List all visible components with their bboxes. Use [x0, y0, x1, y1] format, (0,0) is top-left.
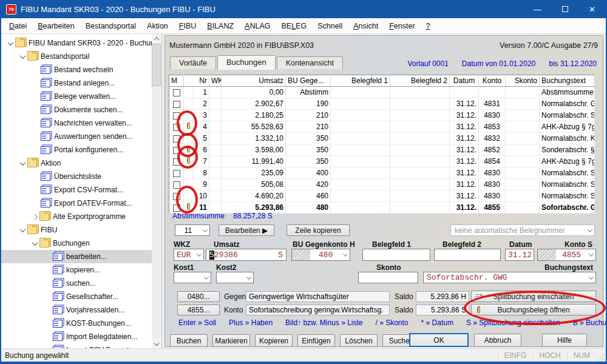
- table-row[interactable]: 7 11.991,40 350 31.12. 4854 AHK-Abzug § …: [169, 156, 595, 167]
- sidebar-scrollbar[interactable]: [152, 34, 161, 348]
- chevron-down-icon[interactable]: [587, 276, 595, 280]
- menu-item[interactable]: Bearbeiten: [32, 20, 80, 32]
- table-row[interactable]: 10 4.690,20 460 31.12. 4830 Normalabschr…: [169, 190, 595, 202]
- menu-item[interactable]: Ansicht: [348, 20, 384, 32]
- expand-arrow-icon[interactable]: [30, 241, 39, 246]
- scrollbar-thumb[interactable]: [152, 44, 161, 86]
- col-header-konto[interactable]: Konto: [479, 75, 506, 87]
- chevron-down-icon[interactable]: [202, 276, 211, 280]
- tab[interactable]: Vorläufe: [170, 56, 216, 69]
- table-row[interactable]: 5 1.332,10 350 31.12. 4832 Normalabschr.…: [169, 133, 595, 144]
- chevron-down-icon[interactable]: [586, 229, 594, 232]
- sidebar-item[interactable]: Import Belegdateien...: [1, 330, 152, 343]
- action-button[interactable]: Buchen: [170, 334, 208, 347]
- chevron-down-icon[interactable]: [195, 253, 203, 257]
- scroll-down-icon[interactable]: [152, 339, 161, 348]
- row-checkbox[interactable]: [173, 112, 180, 120]
- close-button[interactable]: ✕: [578, 0, 606, 18]
- menu-item[interactable]: Aktion: [141, 20, 174, 32]
- menu-item[interactable]: ?: [421, 20, 436, 32]
- skonto-input[interactable]: [358, 272, 418, 283]
- chevron-down-icon[interactable]: [245, 276, 253, 280]
- sidebar-item[interactable]: Bestandsportal: [1, 50, 152, 63]
- belegnummer-combo[interactable]: keine automatische Belegnummer: [450, 224, 595, 236]
- maximize-button[interactable]: [551, 0, 578, 18]
- ok-button[interactable]: OK: [409, 333, 469, 347]
- kost1-combo[interactable]: [174, 272, 211, 283]
- action-button[interactable]: Löschen: [340, 334, 378, 347]
- action-button[interactable]: Einfügen: [297, 334, 335, 347]
- sidebar-item[interactable]: Bestand wechseln: [1, 63, 152, 76]
- bearbeiten-button[interactable]: Bearbeiten ▶: [219, 224, 274, 236]
- col-header-wk[interactable]: WK: [209, 75, 222, 87]
- expand-arrow-icon[interactable]: [6, 41, 15, 46]
- chevron-down-icon[interactable]: [587, 253, 595, 257]
- row-checkbox[interactable]: [173, 193, 180, 200]
- sidebar-item[interactable]: Aktion: [1, 157, 152, 170]
- sidebar-item[interactable]: Buchungen: [1, 237, 152, 250]
- sidebar-item[interactable]: Belege verwalten...: [1, 90, 152, 103]
- row-checkbox[interactable]: [173, 181, 180, 189]
- sidebar-item[interactable]: bearbeiten...: [1, 250, 152, 263]
- konto-number-button[interactable]: 4855...: [177, 305, 220, 315]
- sidebar-item[interactable]: Bestand anlegen...: [1, 76, 152, 90]
- row-checkbox[interactable]: [173, 89, 180, 96]
- row-checkbox[interactable]: [173, 147, 180, 154]
- sidebar-item[interactable]: Dokumente suchen...: [1, 103, 152, 116]
- kost2-combo[interactable]: [216, 272, 254, 283]
- chevron-down-icon[interactable]: [201, 229, 209, 232]
- row-select-combo[interactable]: 11: [175, 224, 210, 236]
- wkz-combo[interactable]: EUR: [174, 249, 204, 261]
- umsatz-input[interactable]: 529386 S: [206, 249, 287, 261]
- tab[interactable]: Kontenansicht: [277, 56, 343, 69]
- menu-item[interactable]: Datei: [4, 20, 32, 32]
- row-checkbox[interactable]: [173, 135, 180, 143]
- resize-grip[interactable]: [596, 353, 605, 362]
- sidebar-item[interactable]: Alte Exportprogramme: [1, 210, 152, 223]
- row-checkbox[interactable]: [173, 204, 180, 212]
- menu-item[interactable]: Bestandsportal: [80, 20, 141, 32]
- datum-input[interactable]: 31.12: [505, 249, 534, 261]
- col-header-belegfeld1[interactable]: Belegfeld 1: [331, 75, 390, 87]
- expand-arrow-icon[interactable]: [30, 215, 39, 219]
- sidebar-item[interactable]: suchen...: [1, 277, 152, 290]
- sidebar-item[interactable]: Export CSV-Format...: [1, 183, 152, 197]
- col-header-m[interactable]: M: [169, 75, 184, 87]
- konto-combo[interactable]: 4855: [537, 249, 596, 261]
- table-row[interactable]: 9 505,08 420 31.12. 4830 Normalabschr. S: [169, 179, 595, 190]
- action-button[interactable]: Markieren: [212, 334, 250, 347]
- sidebar-item[interactable]: Portal konfigurieren...: [1, 143, 152, 157]
- minimize-button[interactable]: —: [524, 0, 551, 18]
- menu-item[interactable]: BELEG: [276, 20, 312, 32]
- col-header-bu[interactable]: BU Gege...: [286, 75, 331, 87]
- belegfeld2-input[interactable]: [434, 249, 501, 261]
- table-row[interactable]: 4 55.528,63 210 31.12. 4853 AHK-Abzug § …: [169, 121, 595, 133]
- action-button[interactable]: Kopieren: [255, 334, 293, 347]
- sidebar-item[interactable]: Export DATEV-Format...: [1, 197, 152, 210]
- expand-arrow-icon[interactable]: [18, 228, 27, 232]
- scrollbar-track[interactable]: [152, 44, 161, 339]
- menu-item[interactable]: Schnell: [312, 20, 348, 32]
- row-checkbox[interactable]: [173, 124, 180, 131]
- col-header-nr[interactable]: Nr: [184, 75, 209, 87]
- sidebar-item[interactable]: KOST-Buchungen...: [1, 317, 152, 330]
- zeile-kopieren-button[interactable]: Zeile kopieren: [287, 224, 350, 236]
- table-row[interactable]: 8 235,09 400 31.12. 4830 Normalabschr. S: [169, 167, 595, 179]
- row-checkbox[interactable]: [173, 101, 180, 108]
- col-header-buchungstext[interactable]: Buchungstext: [540, 75, 595, 87]
- menu-item[interactable]: Fenster: [384, 20, 420, 32]
- buchungstext-combo[interactable]: Sofortabschr. GWG: [423, 272, 596, 283]
- tab[interactable]: Buchungen: [217, 55, 276, 70]
- menu-item[interactable]: FIBU: [174, 20, 202, 32]
- col-header-umsatz[interactable]: Umsatz: [222, 75, 286, 87]
- sidebar-item[interactable]: FIBU Mandant SKR03 - 2020 - Buchun: [1, 36, 152, 50]
- abbruch-button[interactable]: Abbruch: [474, 334, 521, 347]
- col-header-datum[interactable]: Datum: [450, 75, 479, 87]
- table-row[interactable]: 6 3.598,00 350 31.12. 4852 Sonderabschr.…: [169, 144, 595, 156]
- buchungsbeleg-button[interactable]: Buchungsbeleg öffnen: [471, 304, 596, 315]
- sidebar-item[interactable]: Nachrichten verwalten...: [1, 116, 152, 130]
- chevron-down-icon[interactable]: [341, 253, 350, 257]
- bu-gegenkonto-combo[interactable]: 480: [291, 249, 350, 261]
- gegenkonto-number-button[interactable]: 0480...: [177, 291, 220, 302]
- menu-item[interactable]: ANLAG: [239, 20, 276, 32]
